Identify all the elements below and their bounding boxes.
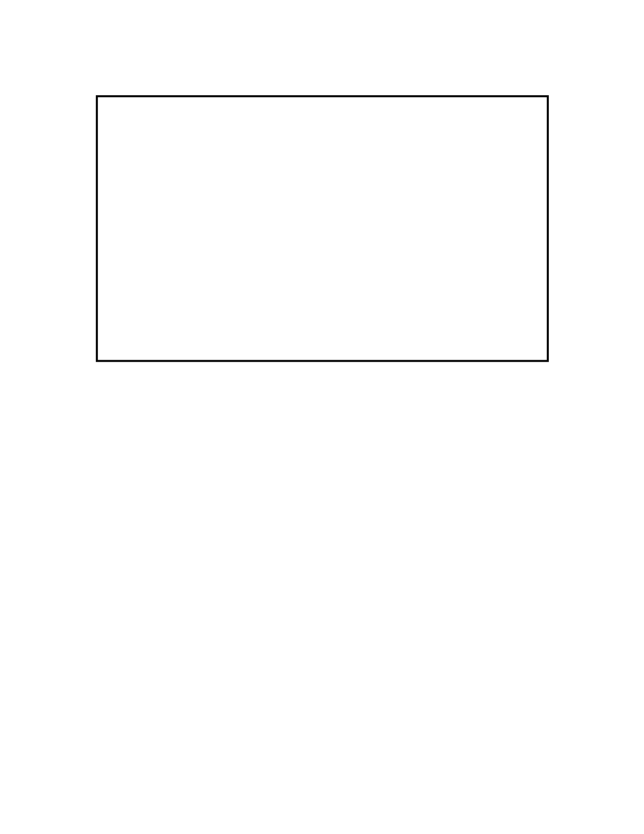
empty-rectangle: [96, 95, 549, 362]
